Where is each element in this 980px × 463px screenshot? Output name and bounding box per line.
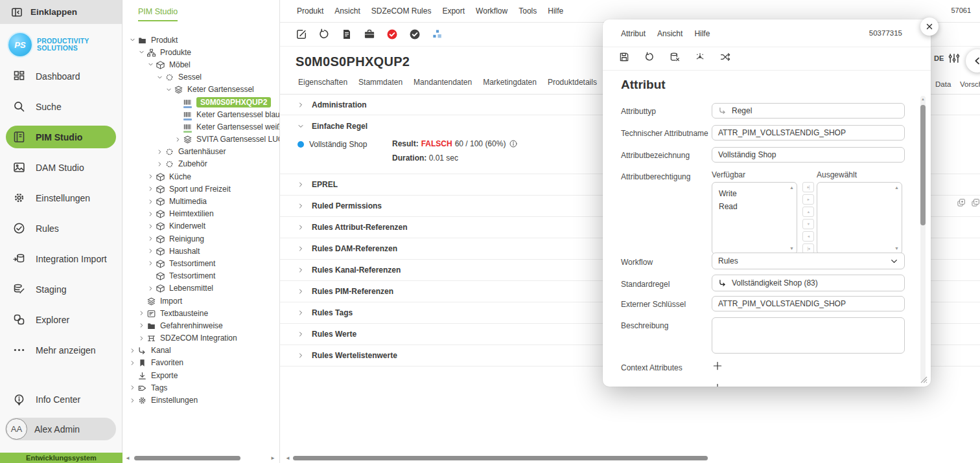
chevron-right-icon[interactable] [137,322,146,330]
scroll-down-icon[interactable]: ▼ [789,246,794,251]
tree-node[interactable]: Multimedia [124,195,279,207]
chevron-right-icon[interactable] [146,247,155,255]
menu-ansicht[interactable]: Ansicht [657,29,682,38]
sidebar-item-dashboard[interactable]: Dashboard [0,61,122,91]
sidebar-item-mehr-anzeigen[interactable]: Mehr anzeigen [0,335,122,365]
tree-node[interactable]: Möbel [124,58,279,71]
chevron-right-icon[interactable] [146,185,155,193]
scroll-up-icon[interactable]: ▲ [920,97,926,101]
sidebar-item-dam-studio[interactable]: DAM Studio [0,152,122,183]
chevron-right-icon[interactable] [128,384,137,392]
refresh-icon[interactable] [318,28,331,41]
scroll-left-icon[interactable]: ◄ [285,455,290,461]
tree-node[interactable]: Keter Gartensessel [124,84,279,96]
chevron-right-icon[interactable] [146,198,155,205]
briefcase-icon[interactable] [363,28,376,41]
tab-data[interactable]: Data [935,80,951,88]
chevron-down-icon[interactable] [128,36,137,44]
dark-check-badge-icon[interactable] [408,28,421,41]
collapse-right-panel-button[interactable] [966,49,980,73]
listbox-option[interactable]: Write [719,187,790,200]
tree-node[interactable]: Produkt [124,34,279,46]
beschreibung-textarea[interactable] [712,317,905,354]
tree-panel-tab[interactable]: PIM Studio [138,7,178,21]
main-horizontal-scrollbar[interactable]: ◄ [280,455,980,462]
menu-workflow[interactable]: Workflow [476,6,508,16]
scroll-right-icon[interactable]: ► [270,455,275,461]
sidebar-item-explorer[interactable]: Explorer [0,304,122,335]
menu-produkt[interactable]: Produkt [297,6,323,16]
tab-marketingdaten[interactable]: Marketingdaten [480,76,539,88]
attributtyp-input[interactable]: Regel [712,103,905,119]
move-all-right-button[interactable]: ▸| [802,182,814,192]
scroll-left-icon[interactable]: ◄ [125,455,130,461]
red-check-badge-icon[interactable] [386,28,399,41]
standardregel-input[interactable]: Vollständigkeit Shop (83) [712,275,905,291]
tree-node[interactable]: Testsortiment [124,257,279,269]
scroll-up-icon[interactable]: ▲ [789,185,794,190]
tree-node[interactable]: Heimtextilien [124,208,279,220]
save-icon[interactable] [618,51,630,63]
chevron-right-icon[interactable] [146,235,155,243]
menu-hilfe[interactable]: Hilfe [694,29,710,38]
move-left-button[interactable]: ◂ [802,231,814,242]
menu-ansicht[interactable]: Ansicht [334,6,360,16]
tree-node-selected[interactable]: S0M0S0PHXQUP2 [124,96,279,108]
tree-node[interactable]: Keter Gartensessel blau [124,108,279,120]
menu-hilfe[interactable]: Hilfe [548,6,563,16]
move-right-button[interactable]: ▸ [802,194,814,205]
selected-listbox[interactable]: ▲ ▼ [817,182,902,254]
chevron-down-icon[interactable] [155,73,164,81]
tree-node[interactable]: Import [124,295,279,307]
tree-node[interactable]: Gefahrenhinweise [124,319,279,332]
move-up-button[interactable]: ▴ [802,207,814,217]
filter-sliders-icon[interactable] [948,52,961,65]
database-delete-icon[interactable] [669,51,681,63]
externer-schluessel-input[interactable]: ATTR_PIM_VOLLSTAENDIG_SHOP [712,296,905,311]
tree-node[interactable]: SVITA Gartensessel LUGANO / [124,133,279,146]
chevron-down-icon[interactable] [146,61,155,69]
available-listbox[interactable]: Write Read ▲ ▼ [712,182,797,254]
tab-produktdetails[interactable]: Produktdetails [545,76,600,88]
tree-node[interactable]: Haushalt [124,245,279,257]
scrollbar-thumb[interactable] [134,456,240,460]
tree-node[interactable]: Tags [124,381,279,394]
add-item-button-clipped[interactable] [712,382,723,387]
menu-attribut[interactable]: Attribut [621,29,646,38]
sidebar-item-pim-studio[interactable]: PIM Studio [6,126,116,148]
chevron-right-icon[interactable] [128,346,137,354]
attributbezeichnung-input[interactable]: Vollständig Shop [712,147,905,163]
collapse-sidebar-button[interactable]: Einklappen [0,0,122,24]
tree-node[interactable]: Sport und Freizeit [124,183,279,195]
collapse-all-icon[interactable] [970,198,980,208]
tree-node[interactable]: Sessel [124,71,279,84]
tree-node[interactable]: Produkte [124,46,279,58]
chevron-right-icon[interactable] [128,396,137,404]
tab-eigenschaften[interactable]: Eigenschaften [296,76,350,88]
menu-tools[interactable]: Tools [519,6,537,16]
info-icon[interactable] [509,139,518,148]
tree-node[interactable]: Zubehör [124,158,279,170]
add-context-attribute-button[interactable] [712,360,723,372]
tree-node[interactable]: SDZeCOM Integration [124,332,279,344]
expand-all-icon[interactable] [956,198,966,208]
close-dialog-button[interactable] [920,17,939,36]
chevron-right-icon[interactable] [155,160,164,168]
chevron-right-icon[interactable] [137,334,146,342]
report-document-icon[interactable] [340,28,353,41]
tree-node[interactable]: Lebensmittel [124,282,279,295]
scroll-up-icon[interactable]: ▲ [894,185,899,190]
menu-export[interactable]: Export [442,6,465,16]
user-menu[interactable]: AA Alex Admin [5,418,116,440]
shuffle-icon[interactable] [719,51,731,63]
hub-nodes-icon[interactable] [694,51,706,63]
structure-squares-icon[interactable] [431,28,444,41]
technischer-attributname-input[interactable]: ATTR_PIM_VOLLSTAENDIG_SHOP [712,125,905,141]
tree-horizontal-scrollbar[interactable]: ◄ ► [124,455,277,461]
move-down-button[interactable]: ▾ [802,219,814,229]
sidebar-item-info-center[interactable]: Info Center [0,389,122,411]
chevron-right-icon[interactable] [146,284,155,292]
chevron-down-icon[interactable] [164,85,173,93]
tab-mandantendaten[interactable]: Mandantendaten [411,76,474,88]
chevron-right-icon[interactable] [173,135,182,143]
